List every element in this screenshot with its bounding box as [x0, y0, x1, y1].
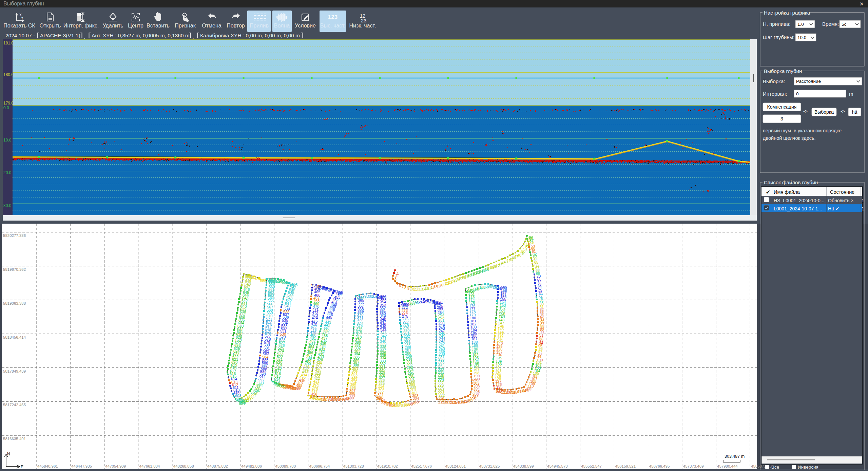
svg-text:7: 7: [402, 285, 404, 289]
svg-text:583: 583: [263, 352, 269, 356]
svg-text:454945.573: 454945.573: [547, 464, 568, 468]
svg-text:Время:: Время:: [822, 21, 839, 27]
svg-text:104: 104: [534, 369, 540, 373]
svg-text:246: 246: [439, 331, 445, 335]
svg-text:482: 482: [309, 339, 315, 343]
svg-text:289: 289: [406, 354, 412, 358]
svg-text:570: 570: [266, 314, 272, 318]
svg-text:Компенсация: Компенсация: [767, 104, 797, 110]
svg-text:Прилив: Прилив: [250, 23, 269, 29]
svg-text:16: 16: [428, 286, 432, 290]
svg-text:646: 646: [244, 287, 250, 291]
svg-text:576: 576: [265, 332, 271, 336]
svg-text:57: 57: [529, 239, 534, 243]
svg-text:242: 242: [439, 342, 445, 346]
svg-text:451303.728: 451303.728: [343, 464, 364, 468]
svg-text:Выборка глубин: Выборка глубин: [3, 1, 44, 6]
svg-text:287: 287: [405, 348, 411, 352]
svg-text:Ант. XYH : 0,3527 m, 0,0005: Ант. XYH : 0,3527 m, 0,0005 m, 0,1360 m: [92, 33, 190, 38]
svg-text:447054.909: 447054.909: [105, 464, 126, 468]
svg-text:Список файлов глубин: Список файлов глубин: [764, 180, 818, 185]
svg-text:65: 65: [534, 260, 538, 264]
svg-text:63: 63: [533, 255, 537, 259]
svg-text:454338.599: 454338.599: [513, 464, 534, 468]
svg-text:5819063.388: 5819063.388: [3, 301, 26, 305]
svg-text:457373.469: 457373.469: [683, 464, 704, 468]
svg-text:Вставить: Вставить: [147, 23, 170, 29]
svg-text:97: 97: [538, 350, 542, 354]
svg-text:Калибровка XYH : 0,00 m, 0,0: Калибровка XYH : 0,00 m, 0,00 m, 0,00 m: [200, 33, 300, 38]
svg-text:✕: ✕: [860, 1, 864, 7]
svg-text:164: 164: [486, 285, 492, 289]
svg-text:、: 、: [192, 34, 197, 39]
svg-text:9: 9: [407, 286, 409, 290]
svg-text:297: 297: [408, 377, 414, 381]
svg-text:3: 3: [780, 116, 783, 121]
svg-text:5: 5: [397, 281, 399, 285]
svg-text:->: ->: [841, 109, 845, 114]
svg-text:Выборка глубин: Выборка глубин: [764, 68, 802, 74]
svg-text:Отмена: Отмена: [202, 23, 221, 29]
svg-text:Признак: Признак: [175, 23, 196, 29]
svg-text:448875.832: 448875.832: [207, 464, 228, 468]
svg-text:0: 0: [796, 91, 799, 96]
svg-text:592: 592: [258, 378, 264, 382]
svg-text:448268.858: 448268.858: [173, 464, 194, 468]
svg-text:449482.806: 449482.806: [241, 464, 262, 468]
svg-text:377: 377: [356, 332, 362, 336]
svg-text:1: 1: [862, 198, 864, 203]
svg-text:5817242.465: 5817242.465: [3, 403, 26, 407]
svg-text:1: 1: [862, 206, 864, 211]
svg-text:первый шум. в указанном порядк: первый шум. в указанном порядке: [763, 128, 842, 133]
svg-text:5816635.491: 5816635.491: [3, 437, 26, 441]
svg-text:Удалить: Удалить: [102, 23, 123, 29]
svg-text:Инверсия: Инверсия: [798, 465, 818, 470]
svg-text:452517.676: 452517.676: [411, 464, 432, 468]
svg-text:176: 176: [469, 304, 475, 308]
svg-text:300: 300: [410, 385, 416, 389]
svg-text:Шаг глубины:: Шаг глубины:: [763, 34, 795, 40]
svg-text:htt: htt: [852, 109, 857, 115]
svg-text:557: 557: [268, 280, 274, 284]
svg-text:Н. прилива:: Н. прилива:: [763, 21, 790, 27]
svg-text:493: 493: [302, 370, 308, 374]
svg-text:251: 251: [438, 318, 444, 322]
svg-text:✔: ✔: [766, 189, 770, 195]
svg-text:m: m: [849, 91, 853, 97]
svg-text:E: E: [21, 465, 23, 469]
svg-text:154: 154: [500, 300, 506, 304]
svg-text:390: 390: [352, 369, 358, 373]
svg-text:Htt ✔: Htt ✔: [828, 206, 840, 211]
svg-text:Интервал:: Интервал:: [763, 91, 787, 97]
svg-text:Интерп. фикс.: Интерп. фикс.: [63, 23, 99, 29]
svg-text:1.0: 1.0: [797, 22, 804, 27]
svg-text:451910.702: 451910.702: [377, 464, 398, 468]
svg-text:81: 81: [540, 305, 544, 309]
svg-text:445840.961: 445840.961: [37, 464, 58, 468]
svg-text:537: 537: [283, 313, 289, 317]
svg-text:20.0: 20.0: [3, 170, 12, 175]
svg-text:5819670.362: 5819670.362: [3, 267, 26, 271]
svg-text:Обновить ×: Обновить ×: [828, 198, 853, 203]
svg-text:30.0: 30.0: [3, 203, 12, 208]
svg-text:303.487 m: 303.487 m: [725, 454, 745, 459]
svg-text:272: 272: [402, 305, 408, 309]
svg-text:302: 302: [411, 391, 417, 395]
svg-text:5818456.414: 5818456.414: [3, 335, 26, 339]
svg-text:396: 396: [350, 385, 356, 390]
svg-text:446447.935: 446447.935: [71, 464, 92, 468]
svg-text:453124.651: 453124.651: [445, 464, 466, 468]
svg-text:450089.780: 450089.780: [275, 464, 296, 468]
svg-text:91: 91: [539, 333, 543, 337]
svg-text:550: 550: [287, 282, 293, 286]
svg-text:36: 36: [485, 268, 489, 272]
svg-text:0.0: 0.0: [3, 106, 9, 110]
svg-text:Настройка графика: Настройка графика: [764, 10, 810, 16]
svg-text:6: 6: [399, 284, 401, 288]
svg-text:2024.10.07 -: 2024.10.07 -: [5, 33, 35, 38]
svg-text:Повтор: Повтор: [227, 23, 245, 29]
svg-text:N: N: [7, 452, 10, 456]
svg-text:8: 8: [404, 286, 406, 290]
svg-text:78: 78: [539, 296, 543, 300]
svg-text:Состояние: Состояние: [830, 189, 854, 195]
